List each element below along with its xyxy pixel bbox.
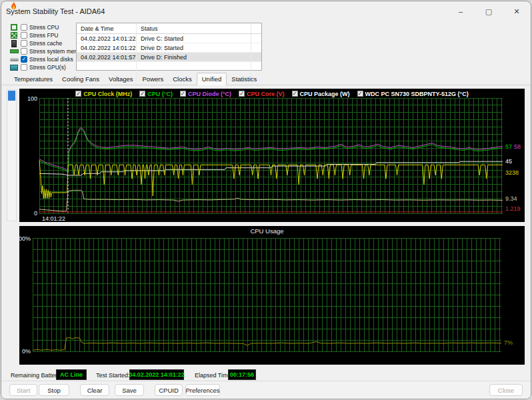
svg-text:CPU Usage: CPU Usage (250, 227, 283, 235)
svg-text:45: 45 (505, 158, 512, 165)
table-row[interactable]: 04.02.2022 14:01:22Drive C: Started (77, 34, 261, 43)
stress-cpu-checkbox[interactable] (21, 24, 27, 31)
elapsed-time-value-box: 00:17:56 (228, 369, 256, 380)
legend-item-cpu-diode-c[interactable]: ✓CPU Diode (°C) (180, 91, 231, 97)
table-row-empty (77, 62, 261, 71)
close-button[interactable]: Close (489, 384, 523, 396)
cell-status: Drive D: Finished (137, 53, 251, 61)
tab-temperatures[interactable]: Temperatures (9, 73, 57, 85)
stress-option-label: Stress local disks (29, 56, 73, 63)
legend-label: CPU Diode (°C) (188, 91, 231, 97)
tab-statistics[interactable]: Statistics (227, 73, 261, 85)
legend-checkbox[interactable]: ✓ (239, 91, 245, 97)
table-row[interactable]: 04.02.2022 14:01:22Drive D: Started (77, 43, 261, 53)
stress-option-row: Stress cache (9, 39, 76, 47)
legend-item-cpu-core-v[interactable]: ✓CPU Core (V) (239, 91, 285, 97)
tab-strip: TemperaturesCooling FansVoltagesPowersCl… (9, 73, 261, 85)
cpu-usage-graph: 100%0%7%CPU Usage (19, 226, 525, 365)
elapsed-time-label: Elapsed Time: (195, 372, 233, 379)
stress-option-row: Stress GPU(s) (9, 63, 76, 71)
cache-icon (9, 40, 19, 47)
cell-date-time: 04.02.2022 14:01:22 (77, 34, 137, 43)
graph-vertical-scrollbar[interactable] (7, 89, 17, 221)
stress-system-memory-checkbox[interactable] (21, 48, 27, 55)
aida64-flame-icon (9, 1, 18, 11)
maximize-button-icon[interactable]: ▢ (475, 1, 503, 21)
app-window: System Stability Test - AIDA64 – ▢ ✕ Str… (1, 1, 531, 399)
stress-option-label: Stress GPU(s) (29, 64, 66, 71)
legend-label: CPU Package (W) (300, 91, 350, 97)
minimize-button-icon[interactable]: – (447, 1, 475, 21)
legend-checkbox[interactable]: ✓ (292, 91, 298, 97)
graph-legend: ✓CPU Clock (MHz)✓CPU (°C)✓CPU Diode (°C)… (19, 89, 525, 98)
titlebar: System Stability Test - AIDA64 – ▢ ✕ (1, 1, 531, 21)
cpuid-button[interactable]: CPUID (155, 384, 183, 396)
battery-label: Remaining Battery: (11, 372, 62, 379)
cell-date-time (77, 62, 137, 71)
stress-option-row: ✓Stress local disks (9, 55, 76, 63)
stress-fpu-checkbox[interactable] (21, 32, 27, 39)
stress-option-label: Stress CPU (29, 24, 59, 31)
svg-text:3238: 3238 (505, 169, 519, 176)
graph-scrollbar-thumb[interactable] (8, 91, 15, 101)
close-button-icon[interactable]: ✕ (503, 1, 531, 21)
stress-option-row: Stress system memory (9, 47, 76, 55)
gpu-icon (9, 64, 19, 71)
stress-cache-checkbox[interactable] (21, 40, 27, 47)
test-started-value-box: 04.02.2022 14:01:22 (129, 369, 184, 380)
svg-text:0%: 0% (22, 348, 31, 355)
test-started-label: Test Started: (96, 372, 130, 379)
svg-text:100%: 100% (19, 235, 31, 242)
cell-date-time: 04.02.2022 14:01:57 (77, 53, 137, 61)
legend-item-wdc-pc-sn730-sdbpnty-512g-c[interactable]: ✓WDC PC SN730 SDBPNTY-512G (°C) (357, 91, 469, 97)
cell-status: Drive C: Started (137, 34, 251, 43)
cell-status: Status (137, 23, 251, 33)
tab-voltages[interactable]: Voltages (104, 73, 137, 85)
tab-cooling-fans[interactable]: Cooling Fans (57, 73, 104, 85)
legend-checkbox[interactable]: ✓ (139, 91, 145, 97)
memory-icon (9, 48, 19, 55)
start-button[interactable]: Start (9, 384, 37, 396)
tab-powers[interactable]: Powers (138, 73, 169, 85)
legend-checkbox[interactable]: ✓ (357, 91, 363, 97)
stress-option-row: Stress CPU (9, 23, 76, 31)
svg-text:57: 57 (505, 143, 512, 150)
legend-label: CPU (°C) (147, 91, 173, 97)
event-log-header: Date & TimeStatus (77, 23, 261, 34)
window-title: System Stability Test - AIDA64 (6, 7, 105, 15)
stress-gpu-s-checkbox[interactable] (21, 64, 27, 71)
fpu-icon (9, 32, 19, 39)
legend-label: WDC PC SN730 SDBPNTY-512G (°C) (365, 91, 469, 97)
stop-button[interactable]: Stop (39, 384, 69, 396)
unified-sensor-graph: 100014:01:2258574532389.341.219 ✓CPU Clo… (19, 89, 525, 222)
tab-clocks[interactable]: Clocks (168, 73, 197, 85)
svg-text:58: 58 (514, 143, 521, 150)
svg-text:14:01:22: 14:01:22 (42, 215, 65, 222)
preferences-button[interactable]: Preferences (185, 384, 220, 396)
legend-checkbox[interactable]: ✓ (180, 91, 186, 97)
cell-status (137, 62, 251, 71)
cpu-icon (9, 24, 19, 31)
svg-text:0: 0 (34, 210, 37, 217)
legend-checkbox[interactable]: ✓ (75, 91, 81, 97)
disk-icon (9, 56, 19, 63)
legend-label: CPU Core (V) (247, 91, 285, 97)
table-row[interactable]: 04.02.2022 14:01:57Drive D: Finished (77, 53, 261, 62)
legend-item-cpu-package-w[interactable]: ✓CPU Package (W) (292, 91, 350, 97)
cell-date-time: 04.02.2022 14:01:22 (77, 43, 137, 52)
legend-label: CPU Clock (MHz) (83, 91, 132, 97)
clear-button[interactable]: Clear (80, 384, 109, 396)
legend-item-cpu-c[interactable]: ✓CPU (°C) (139, 91, 173, 97)
tab-unified[interactable]: Unified (197, 73, 227, 85)
stress-option-label: Stress FPU (29, 32, 58, 39)
stress-local-disks-checkbox[interactable]: ✓ (21, 56, 27, 63)
cell-date-time: Date & Time (77, 23, 137, 33)
cpu-usage-graph-plot: 100%0%7%CPU Usage (19, 226, 525, 365)
button-bar: Start Stop Clear Save CPUID Preferences … (1, 381, 531, 399)
svg-text:1.219: 1.219 (505, 205, 521, 212)
svg-text:9.34: 9.34 (505, 195, 517, 202)
legend-item-cpu-clock-mhz[interactable]: ✓CPU Clock (MHz) (75, 91, 132, 97)
save-button[interactable]: Save (115, 384, 144, 396)
svg-text:7%: 7% (504, 339, 513, 346)
unified-sensor-graph-plot: 100014:01:2258574532389.341.219 (19, 89, 525, 222)
